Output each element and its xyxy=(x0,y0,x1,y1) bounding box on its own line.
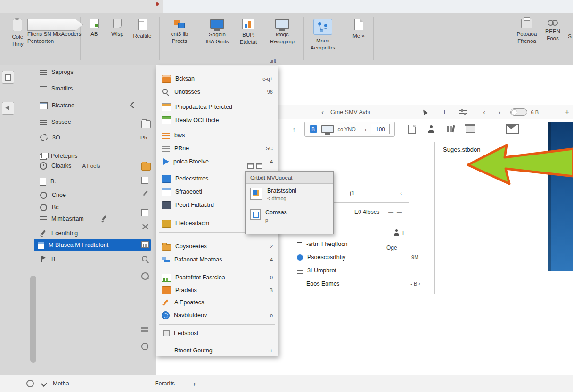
window-icon[interactable] xyxy=(256,163,262,169)
blue-badge-icon[interactable]: B xyxy=(310,125,317,133)
menu-item[interactable]: bws xyxy=(156,129,278,142)
chevron-left-icon[interactable]: ‹ xyxy=(483,108,485,116)
toggle-switch[interactable] xyxy=(510,108,527,116)
menu-item[interactable]: Poatefrtot Fasrcioa 0 xyxy=(156,271,278,284)
chevron-down-icon[interactable] xyxy=(41,380,47,387)
sidebar-item-bc[interactable]: Bc xyxy=(40,202,147,212)
submenu-item[interactable]: Bratstssbnl < dtrnog xyxy=(246,184,333,202)
chain-icon xyxy=(548,19,558,25)
ribbon-item-potoaoa[interactable]: Potoaoa Ffrenoa xyxy=(514,19,540,45)
menu-item[interactable]: Eedsbost xyxy=(156,327,278,339)
window-icon[interactable] xyxy=(247,163,254,169)
ribbon-item-procts[interactable]: cnt3 lib Procts xyxy=(163,19,196,45)
magnifier-icon[interactable] xyxy=(141,255,150,262)
sidebar-item-flag-b[interactable]: B xyxy=(40,254,147,264)
ribbon-item-aempnttrs-active[interactable]: Mnec Aempnttrs xyxy=(305,19,340,51)
sidebar-item-cnoe[interactable]: Cnoe xyxy=(40,190,147,200)
stack-icon[interactable] xyxy=(141,327,148,329)
toggle-label: 6 B xyxy=(531,109,539,115)
sidebar-item-mimbasrtam[interactable]: Mimbasrtam xyxy=(40,213,147,224)
left-scrollbar[interactable] xyxy=(30,276,36,363)
tag-icon xyxy=(113,19,122,28)
menu-item[interactable]: Pradatis B xyxy=(156,284,278,296)
ribbon-stray-label: arlt xyxy=(270,58,276,64)
panel-flag-icon[interactable] xyxy=(2,71,14,84)
folder-icon[interactable] xyxy=(141,120,151,128)
folder-orange-icon[interactable] xyxy=(141,163,151,171)
person-icon[interactable] xyxy=(428,125,434,133)
panel-row-controls[interactable]: — ‹ xyxy=(392,190,403,196)
application-window: { "ribbon": { "items": [ {"lines": ["Col… xyxy=(0,0,573,392)
page-icon[interactable] xyxy=(408,125,416,134)
window-icon xyxy=(40,102,48,109)
ribbon-item-cut[interactable]: S xyxy=(566,19,573,40)
ribbon-item-reen[interactable]: REEN Foos xyxy=(542,19,564,42)
ribbon-item-realtife[interactable]: Realtife xyxy=(129,19,156,40)
square-icon[interactable] xyxy=(141,209,148,216)
sliders-icon[interactable] xyxy=(459,110,467,114)
ibeam-icon[interactable]: I xyxy=(444,108,446,115)
menu-item[interactable]: Realw OCEtbcte xyxy=(156,114,278,127)
books-icon[interactable] xyxy=(447,125,454,133)
sidebar-item-cloarks[interactable]: Cloarks A Foels xyxy=(40,161,147,171)
breadcrumb: Gme SMV Avbi xyxy=(330,109,370,115)
ribbon-item-ab[interactable]: AB xyxy=(86,19,103,38)
monitor-blue-icon xyxy=(210,19,224,29)
sidebar-item-sossee[interactable]: Sossee xyxy=(40,117,147,127)
ribbon-item-sogbin[interactable]: Sogbin IBA Grnts xyxy=(203,19,232,45)
sidebar-item-3o[interactable]: 3O. xyxy=(40,132,147,143)
arrow-up-icon[interactable]: ↑ xyxy=(292,125,296,133)
menu-item[interactable]: PRne SC xyxy=(156,142,278,155)
zoom-icon[interactable] xyxy=(141,272,149,280)
toolbar-divider xyxy=(494,123,494,135)
panel-page-icon[interactable] xyxy=(2,102,14,115)
menu-item[interactable]: Coyaoeates 2 xyxy=(156,240,278,253)
ribbon-item-resogimp[interactable]: kfoqc Resogimp xyxy=(266,19,299,45)
submenu-item[interactable]: Comsas p xyxy=(246,205,333,224)
sidebar-item-saprogs[interactable]: Saprogs xyxy=(40,67,147,77)
menu-item[interactable]: A Epoatecs xyxy=(156,296,278,309)
sidebar-item-ecenthtng[interactable]: Ecenthtng xyxy=(40,228,147,238)
panel-row-controls[interactable]: — — xyxy=(388,209,403,215)
sidebar-item-b[interactable]: B. xyxy=(40,176,147,187)
chart-icon xyxy=(242,19,254,29)
cursor-icon[interactable] xyxy=(421,108,427,115)
chevron-left-icon[interactable]: ‹ xyxy=(365,126,367,133)
list-item[interactable]: Eoos Eomcs - B ‹ xyxy=(297,277,420,290)
chart-icon[interactable] xyxy=(141,241,149,248)
add-button[interactable]: + xyxy=(565,108,569,116)
scissors-icon[interactable] xyxy=(141,223,150,230)
clock-icon xyxy=(40,162,47,170)
ribbon-item-etdetat[interactable]: BUP. Etdetat xyxy=(235,19,262,46)
tile-orange-icon xyxy=(162,286,171,294)
sidebar-item-smatlirs[interactable]: Smatlirs xyxy=(40,83,147,94)
envelope-icon[interactable] xyxy=(506,124,519,134)
pencil-icon[interactable] xyxy=(141,190,150,197)
ribbon-item-wisp[interactable]: Wisp xyxy=(106,19,128,38)
menu-item[interactable]: Btoent Goutng -+ xyxy=(156,344,278,357)
sidebar-item-selected[interactable]: M Bfasea M Fradtofont xyxy=(34,239,151,251)
chevron-right-icon[interactable]: › xyxy=(499,108,501,116)
square-icon[interactable] xyxy=(141,177,148,184)
menu-item[interactable]: Unotisses 96 xyxy=(156,85,278,98)
monitor-icon[interactable] xyxy=(321,125,334,133)
close-dot-icon[interactable] xyxy=(156,2,159,6)
list-item[interactable]: -srtm Fheqtfocn xyxy=(297,237,420,251)
ribbon-item-flow[interactable]: Fitens SN MixAeoders Pentoorton xyxy=(27,19,93,45)
spacer xyxy=(162,347,170,354)
list-item[interactable]: Psoescosrthtiy -9M- xyxy=(297,251,420,264)
menu-item[interactable]: Navbtufdeov o xyxy=(156,309,278,322)
ribbon-item-me[interactable]: Me » xyxy=(347,19,370,40)
menu-item[interactable]: Bcksan c-q+ xyxy=(156,72,278,85)
sidebar-item-bicatcne[interactable]: Bicatcne xyxy=(40,100,147,111)
menu-item[interactable]: Pafaooat Meatnas 4 xyxy=(156,253,278,266)
ribbon-item-paste[interactable]: Colc Thny xyxy=(7,19,28,48)
menu-item[interactable]: Phopdactea Prtercted xyxy=(156,100,278,114)
circle-icon[interactable] xyxy=(141,343,148,350)
radio-circle-icon[interactable] xyxy=(26,380,34,387)
sidebar-item-pofetepns[interactable]: Pofetepns xyxy=(40,151,147,161)
list-item[interactable]: 3LUmpbrot xyxy=(297,264,420,277)
archive-icon[interactable] xyxy=(466,126,475,133)
back-chevron-icon[interactable]: ‹ xyxy=(321,108,324,116)
zoom-level-input[interactable]: 100 xyxy=(371,124,390,134)
